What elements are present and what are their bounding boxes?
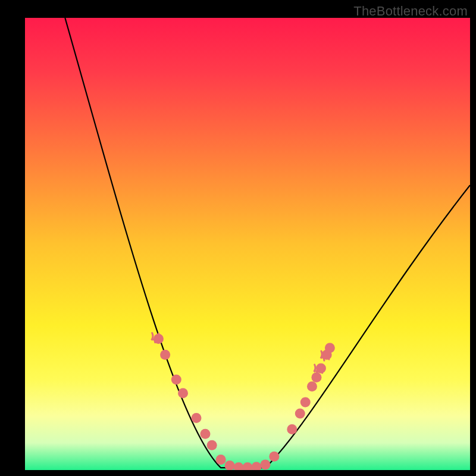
data-marker-6 <box>207 440 217 450</box>
data-marker-15 <box>295 409 305 419</box>
data-marker-0 <box>154 334 164 344</box>
data-marker-21 <box>325 343 335 353</box>
data-marker-17 <box>307 381 317 392</box>
plot-area <box>25 18 470 472</box>
data-marker-3 <box>178 388 188 398</box>
data-marker-13 <box>269 452 279 462</box>
data-marker-8 <box>225 461 235 471</box>
data-marker-19 <box>316 364 326 374</box>
data-marker-12 <box>260 459 270 469</box>
chart-container: TheBottleneck.com <box>0 0 476 476</box>
data-marker-16 <box>300 397 311 408</box>
data-marker-5 <box>200 429 210 439</box>
data-marker-7 <box>216 455 226 465</box>
gradient-background <box>25 18 470 470</box>
data-marker-1 <box>160 350 170 360</box>
data-marker-2 <box>171 375 181 385</box>
data-marker-18 <box>311 372 321 383</box>
attribution-text: TheBottleneck.com <box>353 4 468 19</box>
data-marker-14 <box>287 424 297 434</box>
data-marker-4 <box>191 413 201 423</box>
bottleneck-chart <box>0 0 476 476</box>
